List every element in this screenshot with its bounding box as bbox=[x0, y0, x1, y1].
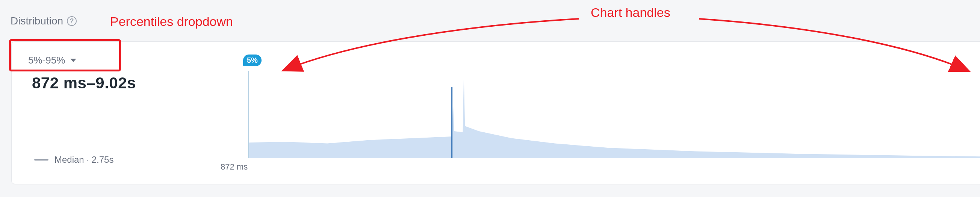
chevron-down-icon bbox=[70, 59, 76, 62]
distribution-card: 5%-95% 872 ms–9.02s Median · 2.75s 5% 95… bbox=[11, 41, 980, 184]
median-text: Median · 2.75s bbox=[54, 154, 113, 165]
distribution-chart: 5% 95% 872 ms 9.02s bbox=[248, 64, 980, 158]
median-swatch bbox=[34, 159, 48, 160]
percentile-dropdown-label: 5%-95% bbox=[28, 54, 65, 66]
median-legend: Median · 2.75s bbox=[34, 154, 113, 165]
annotation-handles-label: Chart handles bbox=[591, 5, 670, 20]
axis-min-label: 872 ms bbox=[221, 162, 248, 172]
help-icon[interactable]: ? bbox=[67, 16, 76, 26]
section-title: Distribution bbox=[11, 15, 63, 27]
chart-handle-left[interactable]: 5% bbox=[243, 54, 261, 66]
distribution-area bbox=[248, 64, 980, 158]
percentile-dropdown[interactable]: 5%-95% bbox=[27, 52, 78, 68]
selected-range-value: 872 ms–9.02s bbox=[32, 74, 136, 92]
handle-bar-left bbox=[248, 71, 249, 158]
annotation-dropdown-label: Percentiles dropdown bbox=[110, 14, 233, 29]
